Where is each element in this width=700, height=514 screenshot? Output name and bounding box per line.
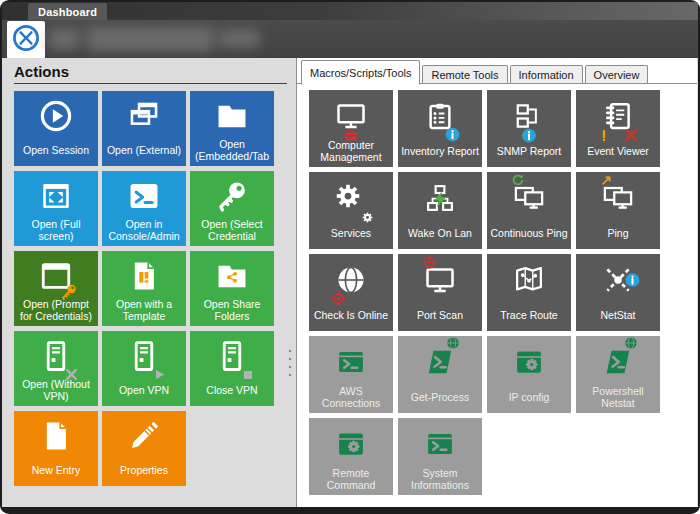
action-tile-open-embedded-tab[interactable]: Open (Embedded/Tab: [190, 91, 274, 166]
fullscreen-window-icon: [39, 174, 73, 218]
document-tab-strip: Dashboard: [2, 2, 698, 20]
windows-stack-icon: [127, 94, 161, 138]
monitors-arrow-icon: [603, 175, 633, 221]
action-tile-open-external[interactable]: Open (External): [102, 91, 186, 166]
window-gear-icon: [336, 421, 366, 467]
console-icon: [127, 174, 161, 218]
remote-desktop-icon: [11, 23, 41, 57]
panel-splitter[interactable]: [287, 350, 293, 376]
action-tile-open-share-folders[interactable]: Open Share Folders: [190, 251, 274, 326]
tool-tile-aws-connections[interactable]: AWS Connections: [309, 336, 393, 413]
tab-remote-tools[interactable]: Remote Tools: [422, 65, 507, 84]
monitors-refresh-icon: [514, 175, 544, 221]
tool-tile-snmp-report[interactable]: SNMP Report: [487, 90, 571, 167]
tile-label: Check Is Online: [312, 303, 390, 331]
share-folder-icon: [215, 254, 249, 298]
tile-label: Port Scan: [415, 303, 465, 331]
new-page-icon: [39, 414, 73, 458]
tile-label: Remote Command: [309, 467, 393, 495]
tile-label: Open Share Folders: [190, 298, 274, 326]
play-circle-icon: [39, 94, 73, 138]
tool-tile-port-scan[interactable]: Port Scan: [398, 254, 482, 331]
tile-label: Close VPN: [204, 378, 259, 406]
tile-label: Properties: [118, 458, 170, 486]
tool-tile-event-viewer[interactable]: Event Viewer: [576, 90, 660, 167]
tool-tile-ping[interactable]: Ping: [576, 172, 660, 249]
dashboard-window: Dashboard Actions Open Session Open (E: [0, 0, 700, 514]
tool-tile-system-informations[interactable]: System Informations: [398, 418, 482, 495]
notebook-alert-icon: [603, 93, 633, 139]
server-x-icon: [39, 334, 73, 378]
terminal-icon: [336, 339, 366, 385]
tile-label: Open with a Template: [102, 298, 186, 326]
tab-dashboard-label: Dashboard: [38, 6, 97, 18]
tile-label: Get-Process: [409, 385, 471, 413]
tile-label: Open (Full screen): [14, 218, 98, 246]
tool-tile-inventory-report[interactable]: Inventory Report: [398, 90, 482, 167]
tool-tile-remote-command[interactable]: Remote Command: [309, 418, 393, 495]
actions-tile-grid: Open Session Open (External) Open (Embed…: [14, 91, 295, 486]
tile-label: Wake On Lan: [406, 221, 474, 249]
action-tile-close-vpn[interactable]: Close VPN: [190, 331, 274, 406]
tab-label: Macros/Scripts/Tools: [310, 67, 411, 79]
action-tile-open-with-template[interactable]: Open with a Template: [102, 251, 186, 326]
action-tile-open-prompt-credentials[interactable]: Open (Prompt for Credentials): [14, 251, 98, 326]
tab-overview[interactable]: Overview: [585, 65, 649, 84]
tool-tile-netstat[interactable]: NetStat: [576, 254, 660, 331]
key-icon: [215, 174, 249, 218]
globe-target-icon: [336, 257, 366, 303]
action-tile-open-console-admin[interactable]: Open in Console/Admin: [102, 171, 186, 246]
template-icon: [127, 254, 161, 298]
action-tile-open-session[interactable]: Open Session: [14, 91, 98, 166]
tile-label: Open VPN: [117, 378, 171, 406]
orgchart-info-icon: [514, 93, 544, 139]
tool-tile-ip-config[interactable]: IP config: [487, 336, 571, 413]
tool-tile-trace-route[interactable]: Trace Route: [487, 254, 571, 331]
window-gear-icon: [514, 339, 544, 385]
server-stop-icon: [215, 334, 249, 378]
tab-dashboard[interactable]: Dashboard: [28, 3, 107, 20]
tile-label: Open (Select Credential: [190, 218, 274, 246]
folder-icon: [215, 94, 249, 138]
action-tile-open-full-screen[interactable]: Open (Full screen): [14, 171, 98, 246]
tile-label: Powershell Netstat: [576, 385, 660, 413]
tile-label: NetStat: [598, 303, 637, 331]
action-tile-open-select-credential[interactable]: Open (Select Credential: [190, 171, 274, 246]
tile-label: Event Viewer: [585, 139, 651, 167]
tile-label: SNMP Report: [495, 139, 564, 167]
tool-tile-continuous-ping[interactable]: Continuous Ping: [487, 172, 571, 249]
tile-label: Services: [329, 221, 373, 249]
actions-panel-title: Actions: [14, 63, 287, 84]
tab-label: Information: [519, 69, 574, 81]
window-key-icon: [39, 254, 73, 298]
monitor-toolbox-icon: [336, 93, 366, 139]
actions-panel: Actions Open Session Open (External) Ope…: [3, 58, 295, 507]
tab-information[interactable]: Information: [510, 65, 583, 84]
tile-label: System Informations: [398, 467, 482, 495]
tile-label: Continuous Ping: [488, 221, 569, 249]
tab-label: Remote Tools: [431, 69, 498, 81]
entry-icon-tile: [7, 21, 45, 59]
lan-bolt-icon: [425, 175, 455, 221]
tool-tile-powershell-netstat[interactable]: Powershell Netstat: [576, 336, 660, 413]
action-tile-open-vpn[interactable]: Open VPN: [102, 331, 186, 406]
tile-label: Open (Embedded/Tab: [190, 138, 274, 166]
tool-tile-get-process[interactable]: Get-Process: [398, 336, 482, 413]
tools-panel: Macros/Scripts/Tools Remote Tools Inform…: [296, 58, 697, 507]
gears-icon: [333, 175, 369, 221]
action-tile-open-without-vpn[interactable]: Open (Without VPN): [14, 331, 98, 406]
tool-tile-computer-management[interactable]: Computer Management: [309, 90, 393, 167]
entry-header-bar: [2, 20, 698, 58]
tab-macros-scripts-tools[interactable]: Macros/Scripts/Tools: [301, 60, 420, 85]
action-tile-new-entry[interactable]: New Entry: [14, 411, 98, 486]
tile-label: IP config: [507, 385, 552, 413]
tile-label: Open (Without VPN): [14, 378, 98, 406]
tool-tile-wake-on-lan[interactable]: Wake On Lan: [398, 172, 482, 249]
tool-tile-check-is-online[interactable]: Check Is Online: [309, 254, 393, 331]
tile-label: Open in Console/Admin: [102, 218, 186, 246]
server-play-icon: [127, 334, 161, 378]
tool-tile-services[interactable]: Services: [309, 172, 393, 249]
action-tile-properties[interactable]: Properties: [102, 411, 186, 486]
monitor-target-icon: [425, 257, 455, 303]
tile-label: Ping: [605, 221, 630, 249]
